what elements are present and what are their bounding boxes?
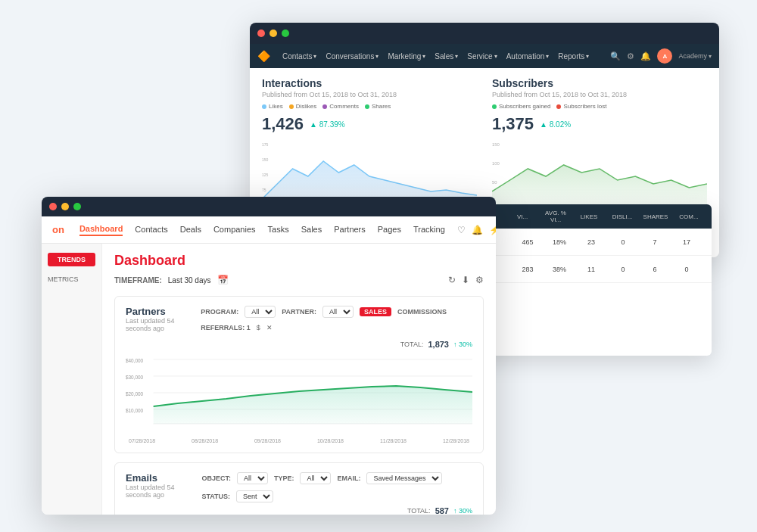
main-content: Dashboard TIMEFRAME: Last 30 days 📅 ↻ ⬇ …: [102, 244, 496, 515]
svg-text:150: 150: [262, 157, 269, 162]
partners-header: Partners Last updated 54 seconds ago PRO…: [126, 306, 472, 337]
maximize-dot[interactable]: [282, 30, 289, 37]
svg-text:50: 50: [492, 180, 497, 184]
row2-comments: 0: [671, 266, 702, 273]
comments-col-header: COM...: [675, 213, 702, 220]
dashboard-title: Dashboard: [114, 253, 484, 269]
nav-deals[interactable]: Deals: [180, 225, 201, 235]
svg-text:$30,000: $30,000: [126, 375, 143, 380]
emails-title-area: Emails Last updated 54 seconds ago: [126, 472, 201, 503]
nav-tracking[interactable]: Tracking: [413, 225, 445, 235]
nav-companies[interactable]: Companies: [213, 225, 256, 235]
emails-card-title: Emails: [126, 472, 201, 484]
bell-icon[interactable]: 🔔: [472, 225, 483, 235]
nav-contacts[interactable]: Contacts: [135, 225, 167, 235]
main-logo: on: [52, 224, 64, 235]
email-select[interactable]: Saved Messages: [366, 472, 442, 484]
main-window: on Dashboard Contacts Deals Companies Ta…: [42, 197, 496, 515]
hs-nav-contacts[interactable]: Contacts ▾: [282, 52, 316, 61]
heart-icon[interactable]: ♡: [457, 225, 466, 235]
hs-nav-reports[interactable]: Reports ▾: [558, 52, 589, 61]
email-label: EMAIL:: [337, 474, 360, 482]
avatar[interactable]: A: [657, 48, 672, 64]
refresh-icon[interactable]: ↻: [448, 275, 456, 285]
bell-icon[interactable]: 🔔: [640, 51, 651, 61]
metrics-link[interactable]: METRICS: [48, 272, 95, 286]
emails-card: Emails Last updated 54 seconds ago OBJEC…: [114, 462, 484, 515]
trends-button[interactable]: TRENDS: [48, 253, 95, 266]
partners-card-title: Partners: [126, 306, 201, 317]
sales-active-filter[interactable]: SALES: [360, 307, 391, 316]
main-minimize-dot[interactable]: [61, 203, 69, 210]
subscribers-title: Subscribers: [492, 77, 707, 89]
interactions-value: 1,426: [262, 114, 304, 134]
status-select[interactable]: Sent: [236, 490, 273, 502]
svg-marker-33: [154, 386, 472, 424]
partners-total-value: 1,873: [428, 340, 449, 349]
svg-text:$20,000: $20,000: [126, 391, 143, 397]
type-select[interactable]: All: [300, 472, 331, 484]
main-body: TRENDS METRICS Dashboard TIMEFRAME: Last…: [42, 244, 496, 515]
close-filter-icon[interactable]: ✕: [266, 324, 273, 331]
nav-pages[interactable]: Pages: [378, 225, 401, 235]
hs-nav-conversations[interactable]: Conversations ▾: [326, 52, 378, 61]
partners-chart: $40,000 $30,000 $20,000 $10,000: [126, 352, 472, 435]
emails-subtitle: Last updated 54 seconds ago: [126, 484, 201, 499]
main-close-dot[interactable]: [49, 203, 57, 210]
nav-partners[interactable]: Partners: [334, 225, 366, 235]
legend-likes: Likes: [262, 103, 283, 110]
minimize-dot[interactable]: [269, 30, 277, 37]
emails-header: Emails Last updated 54 seconds ago OBJEC…: [126, 472, 472, 503]
dollar-filter[interactable]: $: [257, 324, 260, 331]
nav-sales[interactable]: Sales: [301, 225, 322, 235]
timeframe-label: TIMEFRAME:: [114, 276, 162, 285]
comments-dot: [322, 104, 327, 109]
close-dot[interactable]: [257, 30, 265, 37]
subscribers-subtitle: Published from Oct 15, 2018 to Oct 31, 2…: [492, 91, 707, 98]
nav-dashboard[interactable]: Dashboard: [79, 224, 123, 236]
gear-icon[interactable]: ⚙: [627, 51, 634, 61]
object-select[interactable]: All: [237, 472, 268, 484]
partners-total-change: ↑ 30%: [453, 341, 472, 348]
hs-academy[interactable]: Academy ▾: [678, 52, 712, 60]
row2-shares: 6: [639, 266, 671, 273]
nav-tasks[interactable]: Tasks: [268, 225, 289, 235]
partners-x-labels: 07/28/2018 08/28/2018 09/28/2018 10/28/2…: [126, 438, 472, 443]
timeframe-value: Last 30 days: [168, 276, 211, 285]
row1-comments: 17: [671, 238, 702, 246]
hs-nav-marketing[interactable]: Marketing ▾: [388, 52, 425, 61]
legend-shares: Shares: [365, 103, 391, 110]
emails-total-change: ↑ 30%: [453, 507, 472, 515]
partners-total-label: TOTAL:: [400, 341, 424, 348]
emails-total-label: TOTAL:: [407, 507, 431, 515]
partners-title-area: Partners Last updated 54 seconds ago: [126, 306, 201, 337]
row2-dislikes: 0: [607, 266, 639, 273]
hs-nav-service[interactable]: Service ▾: [467, 52, 497, 61]
partners-filters: PROGRAM: All PARTNER: All SALES COMMISSI…: [201, 306, 472, 331]
bolt-icon[interactable]: ⚡: [489, 225, 496, 235]
gained-dot: [492, 104, 497, 109]
subscribers-change: ▲ 8.02%: [540, 120, 571, 129]
svg-text:$40,000: $40,000: [126, 358, 143, 363]
search-icon[interactable]: 🔍: [610, 51, 621, 61]
timeframe-actions: ↻ ⬇ ⚙: [448, 275, 484, 285]
svg-text:125: 125: [262, 173, 269, 177]
svg-text:100: 100: [492, 161, 500, 165]
svg-text:75: 75: [262, 188, 266, 192]
hs-nav-automation[interactable]: Automation ▾: [506, 52, 550, 61]
hs-titlebar: [250, 23, 719, 44]
dislikes-col-header: DISLI...: [609, 213, 636, 220]
calendar-icon[interactable]: 📅: [217, 275, 229, 285]
main-nav-icons: ♡ 🔔 ⚡ 👤: [457, 225, 496, 235]
main-maximize-dot[interactable]: [73, 203, 81, 210]
partner-select[interactable]: All: [322, 306, 354, 318]
download-icon[interactable]: ⬇: [462, 275, 469, 285]
interactions-subtitle: Published from Oct 15, 2018 to Oct 31, 2…: [262, 91, 477, 98]
x-label-5: 11/28/2018: [380, 438, 407, 443]
hs-nav-sales[interactable]: Sales ▾: [435, 52, 458, 61]
partner-label: PARTNER:: [282, 308, 316, 316]
program-select[interactable]: All: [245, 306, 276, 318]
shares-col-header: SHARES: [642, 213, 669, 220]
main-sidebar: TRENDS METRICS: [42, 244, 102, 515]
settings-icon[interactable]: ⚙: [475, 275, 484, 285]
